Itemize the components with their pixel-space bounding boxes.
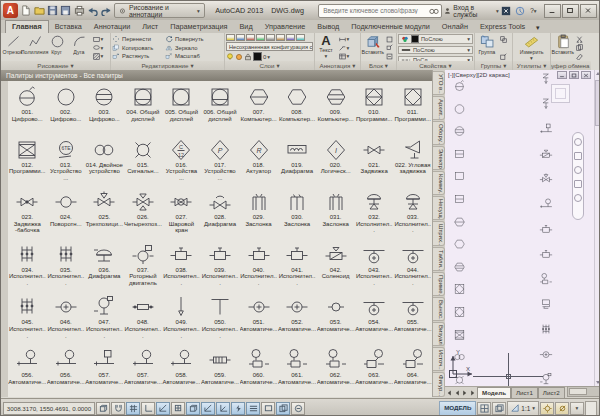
status-toggle-otrack[interactable] [201, 402, 215, 415]
palette-item[interactable]: 008. Компьютер... [278, 81, 317, 134]
create-block-button[interactable] [385, 35, 393, 43]
tab-Вывод[interactable]: Вывод [311, 21, 345, 33]
panel-draw-label[interactable]: Рисование▾ [1, 61, 110, 70]
last-sheet-button[interactable] [469, 388, 477, 398]
palette-item[interactable]: 007. Компьютер... [239, 81, 278, 134]
sheet-tab-Модель[interactable]: Модель [477, 387, 511, 398]
layer-tool-icon[interactable] [266, 34, 275, 41]
palette-item[interactable]: 022. Угловая задвижка [393, 134, 432, 187]
help-button[interactable]: ?▾ [528, 4, 539, 17]
palette-tab-Вынос...[interactable]: Вынос... [433, 297, 445, 321]
panel-annot-label[interactable]: Аннотация▾ [315, 61, 360, 70]
palette-item[interactable]: 006. Общий дисплей [201, 81, 240, 134]
plot-button[interactable] [74, 4, 85, 17]
layer-tool-icon[interactable] [256, 34, 265, 41]
palette-item[interactable]: 014. Двойное устройство [85, 134, 124, 187]
tool-Масштаб[interactable]: Масштаб [165, 52, 213, 60]
palette-item[interactable]: 050. Исполнител... [201, 291, 240, 344]
palette-item[interactable]: 056. Автоматиче... [8, 344, 47, 397]
palette-item[interactable]: 049. Исполнител... [162, 291, 201, 344]
layer-tool-icon[interactable] [226, 34, 235, 41]
tab-Вид[interactable]: Вид [234, 21, 259, 33]
dimension-tool-button[interactable]: ▾ [337, 35, 351, 43]
palette-item[interactable]: 025. Трехпозици... [85, 186, 124, 239]
status-toggle-sc[interactable] [291, 402, 305, 415]
palette-item[interactable]: 026. Четырехпоз... [124, 186, 163, 239]
tab-Управление[interactable]: Управление [259, 21, 312, 33]
panel-props-label[interactable]: Свойства▾ [397, 61, 474, 70]
layer-on-icon[interactable] [226, 53, 234, 61]
insert-block-button[interactable]: Вставить [362, 34, 384, 61]
showmotion-icon[interactable] [574, 194, 582, 202]
palette-item[interactable]: 015. Сигнальн... [124, 134, 163, 187]
status-toggle-3d-osnap[interactable] [186, 402, 200, 415]
viewcube[interactable] [551, 84, 570, 103]
palette-item[interactable]: 011. Программи... [393, 81, 432, 134]
tab-Лист[interactable]: Лист [136, 21, 164, 33]
coordinate-readout[interactable]: 3008.3170, 1550.4691, 0.0000 [3, 402, 95, 415]
tool-Перенести[interactable]: Перенести [112, 35, 164, 43]
horizontal-scrollbar[interactable] [567, 386, 600, 397]
palette-item[interactable]: 001. Цифрово... [8, 81, 47, 134]
palette-item[interactable]: 6ТЕ013. Устройство ... [47, 134, 86, 187]
tool-Растянуть[interactable]: Растянуть [112, 52, 164, 60]
zoom-icon[interactable] [574, 166, 582, 174]
layer-tool-icon[interactable] [236, 34, 245, 41]
palette-item[interactable]: 024. Поворотн... [47, 186, 86, 239]
tab-Параметризация[interactable]: Параметризация [164, 21, 233, 33]
status-toggle-grid[interactable] [126, 402, 140, 415]
drawing-canvas[interactable]: [-][Сверху][2D каркас] Y X [445, 70, 600, 386]
panel-clipboard-label[interactable]: Буфер обмена▾ [551, 61, 591, 70]
palette-item[interactable]: 028. Диафрагма [201, 186, 240, 239]
palette-item[interactable]: 046. Исполнител... [47, 291, 86, 344]
palette-item[interactable]: 002. Цифрово... [47, 81, 86, 134]
status-toggle-qp[interactable] [276, 402, 290, 415]
tab-Онлайн[interactable]: Онлайн [436, 21, 474, 33]
text-tool-button[interactable]: А Текст ▾ [316, 34, 336, 61]
palette-title-bar[interactable]: Палитры инструментов - Все палитры [1, 70, 433, 81]
ellipse-tool-button[interactable]: ▾ [91, 44, 105, 52]
layer-color-swatch[interactable] [253, 52, 262, 61]
palette-item[interactable]: 039. Исполнител... [201, 239, 240, 292]
palette-item[interactable]: 038. Исполнител... [162, 239, 201, 292]
palette-item[interactable]: 062. Автоматиче... [316, 344, 355, 397]
palette-item[interactable]: R018. Актуатор [239, 134, 278, 187]
palette-item[interactable]: 045. Исполнител... [8, 291, 47, 344]
palette-tab-Штрих...[interactable]: Штрих... [433, 221, 445, 245]
palette-item[interactable]: 029. Заслонка [239, 186, 278, 239]
annotation-visibility-button[interactable] [540, 402, 554, 415]
open-file-button[interactable] [33, 4, 44, 17]
binoculars-search-icon[interactable] [429, 7, 439, 15]
status-toggle-tpy[interactable] [261, 402, 275, 415]
next-sheet-button[interactable] [461, 388, 469, 398]
palette-item[interactable]: 048. Исполнител... [124, 291, 163, 344]
status-toggle-infer-constraints[interactable] [96, 402, 110, 415]
communication-center-button[interactable] [514, 4, 525, 17]
layer-tool-icon[interactable] [276, 34, 285, 41]
doc-close-button[interactable] [581, 71, 591, 79]
palette-tab-Архит...[interactable]: Архит... [433, 96, 445, 120]
help-search[interactable] [318, 4, 442, 18]
layer-dropdown[interactable]: Несохраненная конфигурация сло▾ [226, 42, 313, 51]
status-toggle-polar[interactable] [156, 402, 170, 415]
palette-item[interactable]: 023. Задвижка -бабочка [8, 186, 47, 239]
palette-item[interactable]: 063. Автоматиче... [355, 344, 394, 397]
hatch-tool-button[interactable]: ▾ [91, 52, 105, 60]
first-sheet-button[interactable] [445, 388, 453, 398]
palette-item[interactable]: 003. Цифрово... [85, 81, 124, 134]
tool-Повернуть[interactable]: Повернуть [165, 35, 213, 43]
tab-Главная[interactable]: Главная [5, 20, 49, 33]
navigation-bar[interactable] [572, 132, 584, 220]
block-attrib-button[interactable] [385, 52, 393, 60]
palette-tab-Фигур...[interactable]: Фигур... [433, 372, 445, 396]
status-toggle-lwt[interactable] [246, 402, 260, 415]
status-toggle-snap[interactable] [111, 402, 125, 415]
restore-button[interactable] [562, 4, 579, 18]
tab-Вставка[interactable]: Вставка [49, 21, 88, 33]
measure-button[interactable]: Измерить ▾ [517, 34, 547, 61]
pan-icon[interactable] [574, 152, 582, 160]
layer-freeze-icon[interactable] [235, 53, 243, 61]
tool-Полилиния[interactable]: Полилиния [24, 34, 46, 61]
sheet-tab-Лист2[interactable]: Лист2 [538, 387, 565, 398]
signin-button[interactable]: Вход в службы ▾ [444, 4, 498, 18]
